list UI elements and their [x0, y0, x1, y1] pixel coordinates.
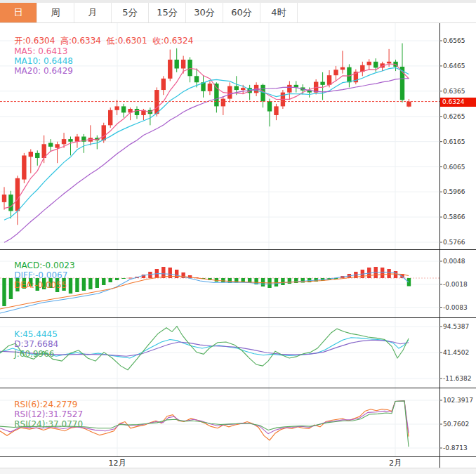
- tab-30min[interactable]: 30分: [186, 3, 223, 22]
- tab-15min[interactable]: 15分: [149, 3, 186, 22]
- tab-5min[interactable]: 5分: [112, 3, 149, 22]
- diff-value: DIFF:-0.0067: [14, 270, 67, 280]
- trading-chart-app: 日 周 月 5分 15分 30分 60分 4时 0.65650.64650.63…: [0, 0, 476, 474]
- timeframe-tabbar: 日 周 月 5分 15分 30分 60分 4时: [0, 3, 476, 23]
- macd-readout: MACD:-0.0023 DIFF:-0.0067 DEA:-0.0055: [4, 251, 84, 300]
- rsi24-value: RSI(24):37.0770: [14, 419, 83, 429]
- tab-week[interactable]: 周: [37, 3, 74, 22]
- ma5-value: MA5: 0.6413: [14, 46, 67, 56]
- d-value: D:37.6684: [14, 339, 58, 349]
- tab-4hour[interactable]: 4时: [260, 3, 298, 22]
- ma20-line: [4, 79, 409, 243]
- rsi12-value: RSI(12):31.7527: [14, 409, 83, 419]
- ma-readout: MA5: 0.6413 MA10: 0.6448 MA20: 0.6429: [4, 37, 81, 86]
- k-value: K:45.4445: [14, 329, 58, 339]
- kdj-readout: K:45.4445 D:37.6684 J:60.9966: [4, 320, 67, 369]
- tab-month[interactable]: 月: [74, 3, 112, 22]
- rsi-readout: RSI(6):24.2779 RSI(12):31.7527 RSI(24):3…: [4, 390, 91, 439]
- bottom-scroll-strip[interactable]: [0, 468, 476, 474]
- dea-value: DEA:-0.0055: [14, 280, 67, 290]
- macd-value: MACD:-0.0023: [14, 261, 74, 270]
- tab-day[interactable]: 日: [0, 3, 37, 22]
- ma10-value: MA10: 0.6448: [14, 56, 73, 66]
- tab-60min[interactable]: 60分: [223, 3, 260, 22]
- ma20-value: MA20: 0.6429: [14, 66, 73, 76]
- rsi6-value: RSI(6):24.2779: [14, 400, 77, 409]
- j-value: J:60.9966: [14, 349, 54, 359]
